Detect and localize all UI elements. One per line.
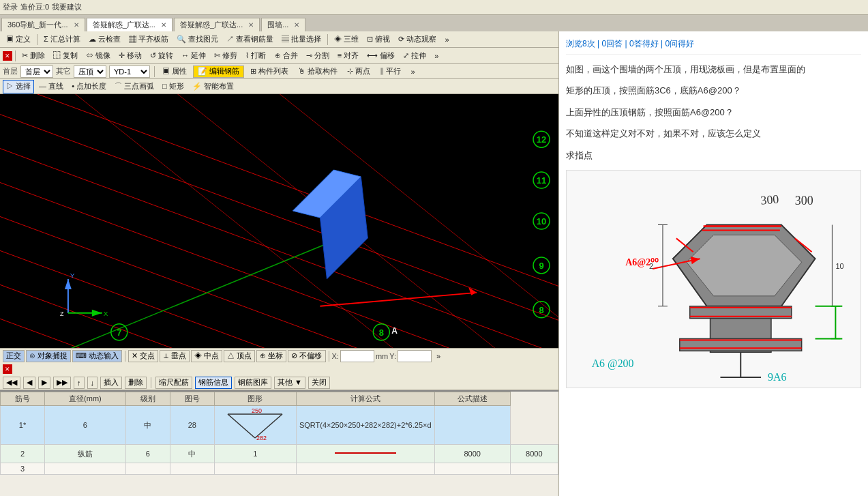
nav-up-btn[interactable]: ↑	[74, 377, 85, 389]
login-link[interactable]: 登录	[3, 2, 18, 12]
close-panel-btn[interactable]: 关闭	[308, 377, 330, 389]
cell-formula	[434, 463, 510, 475]
no-offset-btn[interactable]: ⊘ 不偏移	[288, 350, 325, 362]
floor-select[interactable]: 首层	[20, 65, 53, 78]
3d-btn[interactable]: ◈ 三维	[331, 33, 362, 46]
tab-wall[interactable]: 围墙... ✕	[261, 18, 305, 31]
summary-btn[interactable]: Σ 汇总计算	[40, 33, 84, 46]
offset-btn[interactable]: ⟷ 偏移	[363, 49, 398, 63]
rebar-lib-btn[interactable]: 钢筋图库	[235, 377, 271, 389]
arc-btn[interactable]: ⌒ 三点画弧	[111, 80, 158, 93]
intersection-btn[interactable]: ✕ 交点	[128, 350, 158, 362]
point-length-btn[interactable]: • 点加长度	[68, 80, 110, 93]
dynamic-input-btn[interactable]: ⌨ 动态输入	[72, 350, 122, 362]
svg-text:10: 10	[835, 262, 843, 270]
stretch-btn[interactable]: ⤢ 拉伸	[400, 49, 430, 63]
trim-btn[interactable]: ✄ 修剪	[211, 49, 241, 63]
orthogonal-btn[interactable]: 正交	[3, 350, 25, 362]
rebar-info-btn[interactable]: 钢筋信息	[195, 377, 232, 389]
tab-forum-1[interactable]: 答疑解惑_广联达... ✕	[87, 18, 173, 31]
flat-rebar-btn[interactable]: ▦ 平齐板筋	[125, 33, 172, 46]
dynamic-view-btn[interactable]: ⟳ 动态观察	[395, 33, 440, 46]
extend-btn[interactable]: ↔ 延伸	[178, 49, 209, 63]
table-row[interactable]: 2 纵筋 6 中 1 8000 8000	[1, 445, 558, 463]
tab-360[interactable]: 360导航_新一代... ✕	[1, 18, 85, 31]
bottom-close-btn[interactable]: ✕	[3, 364, 12, 374]
rotate-btn[interactable]: ↺ 旋转	[147, 49, 177, 63]
component-list-btn[interactable]: ⊞ 构件列表	[247, 65, 292, 78]
table-row[interactable]: 3	[1, 463, 558, 475]
rect-btn[interactable]: □ 矩形	[159, 80, 188, 93]
type-select[interactable]: 压顶	[74, 65, 106, 78]
mirror-btn[interactable]: ⇔ 镜像	[83, 49, 114, 63]
two-point-btn[interactable]: ⊹ 两点	[344, 65, 374, 78]
id-select[interactable]: YD-1	[109, 65, 150, 78]
copy-btn[interactable]: ⿰ 复制	[50, 49, 81, 63]
svg-line-10	[273, 94, 558, 348]
split-btn[interactable]: ⊸ 分割	[303, 49, 333, 63]
midpoint-btn[interactable]: ◈ 中点	[191, 350, 222, 362]
view-rebar-btn[interactable]: ↗ 查看钢筋量	[223, 33, 277, 46]
vertex-btn[interactable]: △ 顶点	[224, 350, 255, 362]
tab-forum-2-close[interactable]: ✕	[248, 21, 254, 29]
smart-place-btn[interactable]: ⚡ 智能布置	[189, 80, 237, 93]
other-label: 其它	[56, 66, 71, 76]
table-row[interactable]: 1* 6 中 28 250 282	[1, 406, 558, 445]
insert-btn[interactable]: 插入	[100, 377, 122, 389]
snap-btn[interactable]: ⊙ 对象捕捉	[26, 350, 71, 362]
nav-next-btn[interactable]: ▶	[38, 377, 50, 389]
cell-name	[45, 463, 126, 475]
batch-select-btn[interactable]: ▤ 批量选择	[278, 33, 325, 46]
nav-down-btn[interactable]: ↓	[87, 377, 98, 389]
pick-component-btn[interactable]: 🖱 拾取构件	[295, 65, 341, 78]
delete-row-btn[interactable]: 删除	[125, 377, 147, 389]
panel-close-btn[interactable]: ✕	[3, 51, 12, 61]
more-btn-3[interactable]: »	[407, 65, 418, 78]
main-content: ▣ 定义 Σ 汇总计算 ☁ 云检查 ▦ 平齐板筋 🔍 查找图元 ↗ 查看钢筋量 …	[0, 31, 868, 496]
score-text: 造价豆:0	[20, 2, 49, 12]
line-tool-btn[interactable]: — 直线	[35, 80, 67, 93]
cad-toolbar-1: ▣ 定义 Σ 汇总计算 ☁ 云检查 ▦ 平齐板筋 🔍 查找图元 ↗ 查看钢筋量 …	[0, 31, 558, 48]
perpendicular-btn[interactable]: ⊥ 垂点	[160, 350, 190, 362]
find-element-btn[interactable]: 🔍 查找图元	[173, 33, 222, 46]
edit-rebar-btn[interactable]: 📝 编辑钢筋	[193, 65, 244, 78]
coord-btn[interactable]: ⊕ 坐标	[256, 350, 286, 362]
status-bar: 正交 ⊙ 对象捕捉 ⌨ 动态输入 ✕ 交点 ⊥ 垂点 ◈ 中点 △ 顶点 ⊕ 坐…	[0, 348, 558, 363]
more-btn-1[interactable]: »	[441, 33, 452, 46]
more-btn-2[interactable]: »	[431, 49, 442, 63]
nav-last-btn[interactable]: ▶▶	[53, 377, 71, 389]
more-btn-4[interactable]: »	[433, 349, 444, 363]
right-panel[interactable]: 浏览8次 | 0回答 | 0答得好 | 0问得好 如图，画这个围墙的两个压顶，用…	[559, 31, 868, 496]
tab-360-close[interactable]: ✕	[74, 21, 79, 29]
col-header-shape: 图形	[214, 392, 296, 406]
nav-first-btn[interactable]: ◀◀	[3, 377, 20, 389]
top-view-btn[interactable]: ⊡ 俯视	[363, 33, 393, 46]
scale-rebar-btn[interactable]: 缩尺配筋	[155, 377, 192, 389]
tab-wall-close[interactable]: ✕	[294, 21, 299, 29]
tab-bar: 360导航_新一代... ✕ 答疑解惑_广联达... ✕ 答疑解惑_广联达...…	[0, 15, 868, 31]
merge-btn[interactable]: ⊕ 合并	[271, 49, 301, 63]
svg-line-11	[41, 238, 340, 348]
align-btn[interactable]: ≡ 对齐	[334, 49, 362, 63]
suggest-link[interactable]: 我要建议	[52, 2, 82, 12]
tab-forum-1-close[interactable]: ✕	[161, 21, 166, 29]
property-btn[interactable]: ▣ 属性	[159, 65, 190, 78]
nav-prev-btn[interactable]: ◀	[23, 377, 35, 389]
y-input[interactable]	[398, 350, 432, 362]
cloud-check-btn[interactable]: ☁ 云检查	[85, 33, 124, 46]
svg-text:2: 2	[649, 262, 653, 270]
cell-id: 3	[1, 463, 45, 475]
cell-formula: 8000	[434, 445, 510, 463]
other-btn[interactable]: 其他 ▼	[274, 377, 305, 389]
cad-viewport[interactable]: 12 11 10 9 8 7 8	[0, 94, 558, 348]
select-tool-btn[interactable]: ▷ 选择	[3, 80, 34, 93]
parallel-btn[interactable]: ∥ 平行	[376, 65, 404, 78]
x-input[interactable]	[340, 350, 374, 362]
svg-text:250: 250	[252, 407, 262, 414]
define-btn[interactable]: ▣ 定义	[3, 33, 34, 46]
break-btn[interactable]: ⌇ 打断	[242, 49, 269, 63]
delete-btn[interactable]: ✂ 删除	[18, 49, 48, 63]
floor-label: 首层	[3, 66, 18, 76]
tab-forum-2[interactable]: 答疑解惑_广联达... ✕	[174, 18, 260, 31]
move-btn[interactable]: ✛ 移动	[115, 49, 145, 63]
